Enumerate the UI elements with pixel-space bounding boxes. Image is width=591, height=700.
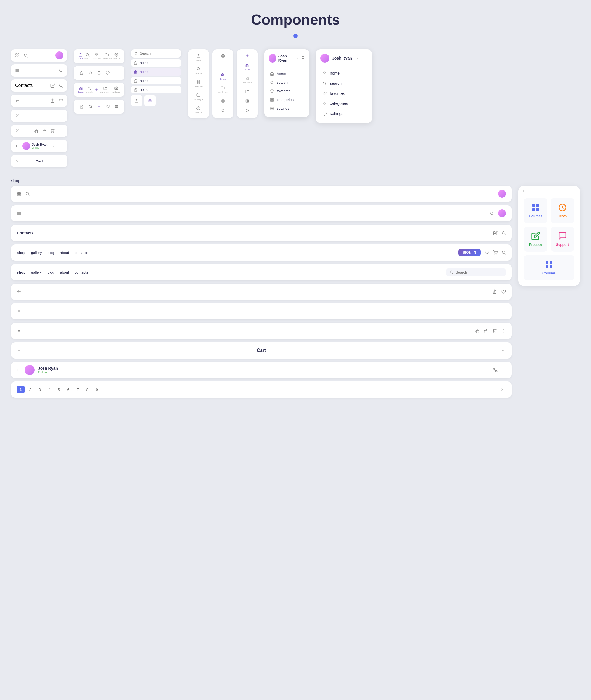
page-prev[interactable] xyxy=(488,386,497,393)
page-8[interactable]: 8 xyxy=(83,386,91,393)
search-icon[interactable] xyxy=(53,144,56,148)
grid-icon[interactable] xyxy=(15,53,19,58)
share-icon[interactable] xyxy=(50,98,55,103)
nav-link-about[interactable]: about xyxy=(60,251,69,255)
more-icon[interactable] xyxy=(59,159,63,163)
search-icon[interactable] xyxy=(25,191,30,196)
qa-item-support[interactable]: Support xyxy=(551,227,574,252)
vnav-circle-3[interactable] xyxy=(245,108,249,112)
vnav-plus-3[interactable] xyxy=(245,54,249,58)
back-icon[interactable] xyxy=(15,98,19,103)
tab-search[interactable] xyxy=(88,71,92,75)
heart-icon[interactable] xyxy=(502,290,506,294)
tab-heart[interactable] xyxy=(106,71,110,75)
back-icon[interactable] xyxy=(17,368,21,372)
bell-icon[interactable] xyxy=(302,56,305,61)
shop-search-input[interactable] xyxy=(456,270,503,275)
vnav-settings-2[interactable] xyxy=(221,99,225,103)
nav-item-home-3[interactable]: home xyxy=(131,86,181,93)
vnav-search-2[interactable] xyxy=(221,108,225,112)
search-icon[interactable] xyxy=(23,53,28,58)
qa-close-button[interactable] xyxy=(522,189,526,194)
vnav-catalogue[interactable]: catalogue xyxy=(194,93,203,101)
large-dropdown-item-categories[interactable]: categories xyxy=(320,98,368,108)
vnav-search[interactable]: search xyxy=(195,67,202,74)
vnav-home[interactable]: home xyxy=(196,54,201,61)
large-dropdown-item-settings[interactable]: settings xyxy=(320,108,368,119)
tab-home[interactable] xyxy=(80,104,84,108)
search-icon[interactable] xyxy=(59,83,63,88)
edit-icon[interactable] xyxy=(50,83,55,88)
tab-settings[interactable]: settings xyxy=(113,53,121,60)
heart-icon[interactable] xyxy=(485,250,489,255)
vnav-catalogue-2[interactable]: catalogue xyxy=(218,86,228,93)
page-3[interactable]: 3 xyxy=(36,386,44,393)
nav-link-contacts-2[interactable]: contacts xyxy=(74,270,88,275)
vnav-channels[interactable]: channels xyxy=(194,80,203,87)
vnav-plus[interactable] xyxy=(221,63,225,67)
nav-link-blog[interactable]: blog xyxy=(47,251,54,255)
dropdown-item-home[interactable]: home xyxy=(269,69,305,78)
search-icon[interactable] xyxy=(502,231,506,235)
share-icon[interactable] xyxy=(492,290,497,294)
page-next[interactable] xyxy=(498,386,506,393)
tab-catalogue[interactable]: catalogue xyxy=(102,53,112,60)
tab-search[interactable] xyxy=(88,104,92,108)
redo-icon[interactable] xyxy=(483,329,488,333)
tab-home[interactable]: home xyxy=(78,53,83,60)
heart-icon[interactable] xyxy=(59,98,63,103)
cart-icon[interactable] xyxy=(493,250,498,255)
vnav-home-active[interactable]: home xyxy=(220,73,225,80)
search-icon[interactable] xyxy=(59,68,63,73)
tab-channels[interactable]: channels xyxy=(92,53,101,60)
delete-icon[interactable] xyxy=(50,129,55,133)
qa-item-practice[interactable]: Practice xyxy=(524,227,547,252)
page-1[interactable]: 1 xyxy=(17,386,25,393)
nav-item-home-active[interactable]: home xyxy=(131,68,181,76)
more-icon[interactable] xyxy=(60,144,63,148)
vnav-home-active-3[interactable]: home xyxy=(244,63,250,71)
tab-settings[interactable]: settings xyxy=(112,86,120,93)
more-icon[interactable] xyxy=(502,368,506,372)
nav-link-gallery[interactable]: gallery xyxy=(31,251,42,255)
delete-icon[interactable] xyxy=(492,329,497,333)
page-2[interactable]: 2 xyxy=(26,386,34,393)
large-dropdown-item-favorites[interactable]: favorites xyxy=(320,88,368,98)
close-icon[interactable] xyxy=(17,348,21,353)
back-icon[interactable] xyxy=(15,144,19,148)
tab-plus[interactable] xyxy=(97,104,101,108)
tab-home[interactable] xyxy=(80,71,84,75)
vnav-home-2[interactable] xyxy=(221,54,225,58)
search-icon[interactable] xyxy=(502,250,506,255)
tab-catalogue[interactable]: catalogue xyxy=(101,86,110,93)
dropdown-item-settings[interactable]: settings xyxy=(269,104,305,113)
copy-icon[interactable] xyxy=(475,329,479,333)
large-dropdown-item-home[interactable]: home xyxy=(320,68,368,78)
close-icon[interactable] xyxy=(17,329,21,333)
more-icon[interactable] xyxy=(502,329,506,333)
page-4[interactable]: 4 xyxy=(45,386,53,393)
tab-heart[interactable] xyxy=(106,104,110,108)
page-9[interactable]: 9 xyxy=(93,386,101,393)
nav-icon-home[interactable] xyxy=(131,95,142,106)
dropdown-item-categories[interactable]: categories xyxy=(269,95,305,104)
nav-link-shop-2[interactable]: shop xyxy=(17,270,25,275)
tab-search[interactable]: search xyxy=(86,86,92,93)
back-icon[interactable] xyxy=(17,290,21,294)
qa-item-tests[interactable]: Tests xyxy=(551,198,574,223)
qa-item-courses[interactable]: Courses xyxy=(524,198,547,223)
page-6[interactable]: 6 xyxy=(64,386,72,393)
search-icon[interactable] xyxy=(490,211,494,216)
nav-item-home-unactive[interactable]: home xyxy=(131,59,181,67)
tab-menu[interactable] xyxy=(115,71,118,75)
more-icon[interactable] xyxy=(59,129,63,133)
vnav-folder-3[interactable] xyxy=(245,89,249,93)
nav-link-shop[interactable]: shop xyxy=(17,251,25,255)
tab-search[interactable]: search xyxy=(84,53,91,60)
close-icon[interactable] xyxy=(15,129,19,133)
tab-home[interactable]: home xyxy=(78,86,84,93)
tab-plus[interactable] xyxy=(94,88,98,92)
close-icon[interactable] xyxy=(17,309,21,313)
nav-link-blog-2[interactable]: blog xyxy=(47,270,54,275)
more-icon[interactable] xyxy=(502,348,506,353)
